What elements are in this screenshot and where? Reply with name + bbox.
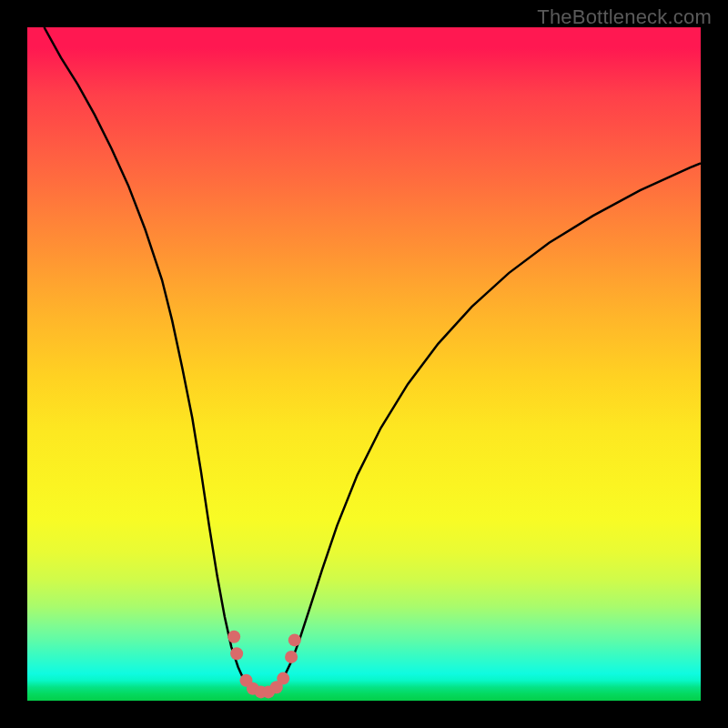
valley-marker — [228, 631, 240, 643]
valley-marker — [288, 633, 301, 646]
valley-marker — [277, 672, 289, 685]
valley-marker — [285, 651, 298, 663]
plot-area — [27, 27, 701, 701]
valley-marker — [230, 647, 243, 660]
figure-container: TheBottleneck.com — [0, 0, 728, 728]
valley-markers — [228, 631, 301, 699]
markers-layer — [27, 27, 701, 701]
watermark-text: TheBottleneck.com — [537, 5, 712, 29]
